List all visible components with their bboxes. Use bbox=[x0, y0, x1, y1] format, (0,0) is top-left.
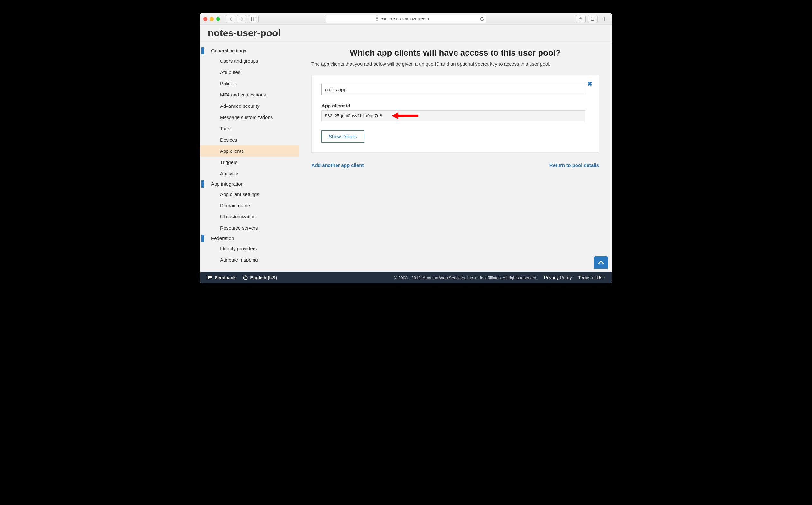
tabs-button[interactable] bbox=[588, 15, 598, 23]
globe-icon bbox=[243, 275, 248, 280]
breadcrumb bbox=[208, 26, 604, 27]
lock-icon bbox=[375, 17, 379, 21]
app-client-id-value: 582ll25qnai0uvv1bfia9gs7g8 bbox=[325, 113, 382, 118]
sidebar-item-label: App client settings bbox=[220, 191, 259, 197]
sidebar-item-advanced-security[interactable]: Advanced security bbox=[200, 100, 299, 112]
footer-bar: Feedback English (US) © 2008 - 2019, Ama… bbox=[200, 272, 612, 283]
main-panel: Which app clients will have access to th… bbox=[299, 42, 612, 272]
address-bar[interactable]: console.aws.amazon.com bbox=[326, 15, 486, 23]
sidebar-item-label: Triggers bbox=[220, 160, 237, 165]
sidebar-item-app-clients[interactable]: App clients bbox=[200, 145, 299, 157]
sidebar-item-message-customizations[interactable]: Message customizations bbox=[200, 112, 299, 123]
sidebar-item-domain-name[interactable]: Domain name bbox=[200, 200, 299, 211]
sidebar-item-label: Resource servers bbox=[220, 225, 258, 231]
speech-bubble-icon bbox=[207, 275, 212, 280]
reload-button[interactable] bbox=[480, 17, 484, 21]
sidebar-item-triggers[interactable]: Triggers bbox=[200, 157, 299, 168]
sidebar-item-ui-customization[interactable]: UI customization bbox=[200, 211, 299, 222]
page-subtext: The app clients that you add below will … bbox=[311, 61, 599, 66]
language-selector[interactable]: English (US) bbox=[243, 275, 277, 280]
annotation-arrow-icon bbox=[392, 112, 418, 119]
sidebar-item-label: MFA and verifications bbox=[220, 92, 266, 98]
browser-toolbar: console.aws.amazon.com bbox=[200, 13, 612, 25]
sidebar-nav: General settings Users and groups Attrib… bbox=[200, 42, 299, 272]
sidebar-item-resource-servers[interactable]: Resource servers bbox=[200, 222, 299, 233]
sidebar-item-analytics[interactable]: Analytics bbox=[200, 168, 299, 179]
sidebar-section-label: App integration bbox=[211, 181, 243, 187]
language-label: English (US) bbox=[250, 275, 277, 280]
sidebar-item-label: Tags bbox=[220, 126, 230, 131]
back-button[interactable] bbox=[226, 15, 235, 23]
show-details-button[interactable]: Show Details bbox=[321, 130, 364, 143]
sidebar-item-identity-providers[interactable]: Identity providers bbox=[200, 243, 299, 254]
app-client-id-field[interactable]: 582ll25qnai0uvv1bfia9gs7g8 bbox=[321, 110, 585, 121]
sidebar-toggle-button[interactable] bbox=[249, 15, 259, 23]
app-client-id-label: App client id bbox=[321, 103, 589, 109]
pool-header: notes-user-pool bbox=[200, 25, 612, 42]
share-icon bbox=[579, 17, 583, 21]
chevron-left-icon bbox=[229, 17, 232, 21]
pool-title: notes-user-pool bbox=[208, 28, 604, 39]
sidebar-item-label: Devices bbox=[220, 137, 237, 143]
sidebar-item-label: Policies bbox=[220, 81, 237, 86]
remove-app-client-button[interactable]: ✖ bbox=[588, 80, 592, 88]
sidebar-section-app-integration[interactable]: App integration bbox=[200, 179, 299, 188]
return-to-pool-details-link[interactable]: Return to pool details bbox=[549, 162, 599, 168]
minimize-window-button[interactable] bbox=[210, 17, 214, 21]
page-content: notes-user-pool General settings Users a… bbox=[200, 25, 612, 283]
share-button[interactable] bbox=[576, 15, 586, 23]
sidebar-item-label: UI customization bbox=[220, 214, 256, 219]
sidebar-item-users-and-groups[interactable]: Users and groups bbox=[200, 55, 299, 66]
sidebar-item-label: App clients bbox=[220, 148, 243, 154]
sidebar-item-tags[interactable]: Tags bbox=[200, 123, 299, 134]
page-heading: Which app clients will have access to th… bbox=[311, 48, 599, 58]
sidebar-item-label: Domain name bbox=[220, 203, 250, 208]
chevron-up-icon bbox=[598, 260, 604, 265]
close-icon: ✖ bbox=[588, 81, 592, 87]
traffic-lights bbox=[203, 17, 220, 21]
sidebar-item-label: Attribute mapping bbox=[220, 257, 258, 263]
sidebar-item-policies[interactable]: Policies bbox=[200, 78, 299, 89]
sidebar-section-label: General settings bbox=[211, 48, 246, 53]
sidebar-section-federation[interactable]: Federation bbox=[200, 233, 299, 243]
close-window-button[interactable] bbox=[203, 17, 207, 21]
feedback-link[interactable]: Feedback bbox=[207, 275, 236, 280]
sidebar-section-general-settings[interactable]: General settings bbox=[200, 46, 299, 55]
safari-window: console.aws.amazon.com notes-user-pool bbox=[200, 13, 612, 283]
section-marker-icon bbox=[201, 235, 204, 242]
sidebar-item-label: Message customizations bbox=[220, 115, 273, 120]
forward-button[interactable] bbox=[237, 15, 247, 23]
add-another-app-client-link[interactable]: Add another app client bbox=[311, 162, 364, 168]
reload-icon bbox=[480, 17, 484, 21]
tabs-icon bbox=[591, 17, 595, 21]
app-client-name-input[interactable] bbox=[321, 83, 585, 95]
sidebar-item-mfa-and-verifications[interactable]: MFA and verifications bbox=[200, 89, 299, 100]
chevron-right-icon bbox=[240, 17, 243, 21]
address-text: console.aws.amazon.com bbox=[380, 16, 429, 21]
sidebar-item-label: Users and groups bbox=[220, 58, 258, 64]
maximize-window-button[interactable] bbox=[216, 17, 220, 21]
sidebar-item-label: Attributes bbox=[220, 69, 240, 75]
sidebar-item-attribute-mapping[interactable]: Attribute mapping bbox=[200, 254, 299, 266]
app-client-card: ✖ App client id 582ll25qnai0uvv1bfia9gs7… bbox=[311, 75, 599, 153]
scroll-to-top-button[interactable] bbox=[594, 257, 608, 269]
sidebar-item-app-client-settings[interactable]: App client settings bbox=[200, 188, 299, 200]
sidebar-item-devices[interactable]: Devices bbox=[200, 134, 299, 145]
sidebar-item-label: Analytics bbox=[220, 171, 239, 176]
sidebar-item-label: Advanced security bbox=[220, 103, 260, 109]
section-marker-icon bbox=[201, 47, 204, 54]
feedback-label: Feedback bbox=[215, 275, 236, 280]
terms-of-use-link[interactable]: Terms of Use bbox=[579, 275, 605, 280]
sidebar-item-label: Identity providers bbox=[220, 246, 257, 251]
sidebar-section-label: Federation bbox=[211, 235, 234, 241]
section-marker-icon bbox=[201, 180, 204, 187]
privacy-policy-link[interactable]: Privacy Policy bbox=[544, 275, 572, 280]
svg-rect-0 bbox=[252, 17, 257, 21]
copyright-text: © 2008 - 2019, Amazon Web Services, Inc.… bbox=[394, 275, 537, 280]
nav-button-group bbox=[226, 15, 247, 23]
sidebar-icon bbox=[251, 17, 257, 21]
new-tab-button[interactable] bbox=[600, 15, 609, 23]
plus-icon bbox=[603, 17, 607, 21]
sidebar-item-attributes[interactable]: Attributes bbox=[200, 66, 299, 78]
svg-rect-2 bbox=[376, 19, 378, 21]
